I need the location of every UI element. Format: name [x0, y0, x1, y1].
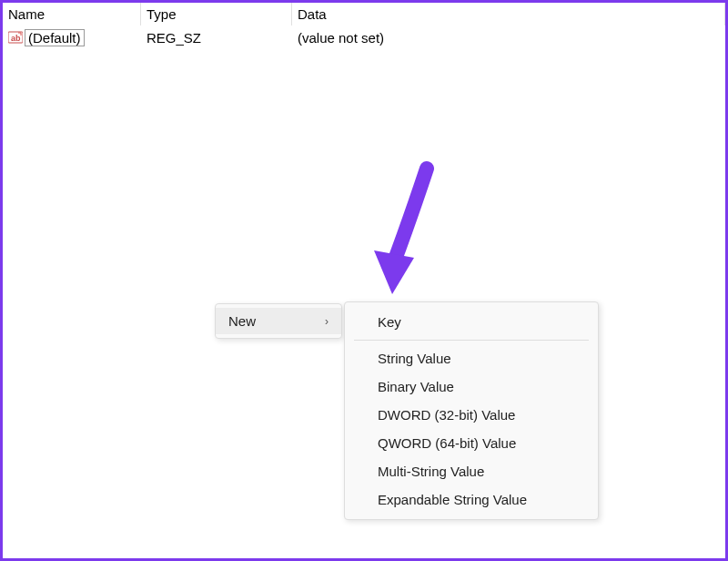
- registry-editor-pane: Name Type Data ab (Default) REG_SZ (valu…: [0, 0, 728, 561]
- submenu-item-key-label: Key: [378, 314, 401, 330]
- menu-item-new-label: New: [228, 313, 256, 329]
- cell-type: REG_SZ: [141, 28, 292, 47]
- menu-separator: [354, 340, 589, 341]
- svg-text:ab: ab: [11, 34, 21, 43]
- submenu-item-dword[interactable]: DWORD (32-bit) Value: [345, 401, 598, 429]
- submenu-item-string-label: String Value: [378, 351, 451, 366]
- submenu-item-expandable[interactable]: Expandable String Value: [345, 485, 598, 514]
- submenu-new: Key String Value Binary Value DWORD (32-…: [344, 301, 599, 520]
- cell-data: (value not set): [292, 28, 725, 47]
- submenu-item-qword-label: QWORD (64-bit) Value: [378, 435, 516, 451]
- submenu-item-dword-label: DWORD (32-bit) Value: [378, 407, 515, 423]
- cell-name: ab (Default): [3, 27, 141, 48]
- column-header-type[interactable]: Type: [141, 3, 292, 26]
- context-menu: New ›: [215, 303, 342, 339]
- annotation-arrow-icon: [363, 159, 445, 308]
- value-name-default: (Default): [25, 29, 85, 46]
- submenu-item-multistring-label: Multi-String Value: [378, 464, 484, 479]
- column-header-data[interactable]: Data: [292, 3, 725, 26]
- submenu-item-binary[interactable]: Binary Value: [345, 372, 598, 401]
- submenu-item-qword[interactable]: QWORD (64-bit) Value: [345, 429, 598, 457]
- column-header-name[interactable]: Name: [3, 3, 141, 26]
- table-row[interactable]: ab (Default) REG_SZ (value not set): [3, 26, 725, 48]
- submenu-item-key[interactable]: Key: [345, 308, 598, 336]
- string-value-icon: ab: [8, 30, 23, 45]
- submenu-item-binary-label: Binary Value: [378, 379, 454, 394]
- submenu-item-expandable-label: Expandable String Value: [378, 492, 527, 507]
- chevron-right-icon: ›: [325, 315, 329, 328]
- submenu-item-string[interactable]: String Value: [345, 344, 598, 372]
- column-header-row: Name Type Data: [3, 3, 725, 26]
- submenu-item-multistring[interactable]: Multi-String Value: [345, 457, 598, 485]
- menu-item-new[interactable]: New ›: [216, 308, 341, 334]
